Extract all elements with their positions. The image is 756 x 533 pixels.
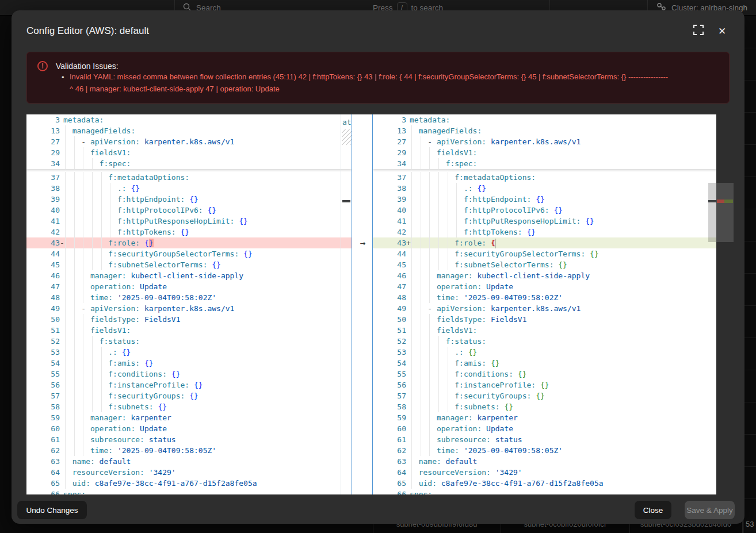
code-line: 42 f:httpTokens: {} xyxy=(373,227,716,237)
validation-issue: Invalid YAML: missed comma between flow … xyxy=(70,71,726,95)
diff-revert-arrow[interactable]: → xyxy=(352,237,373,248)
indent-guides xyxy=(411,347,456,358)
line-content: f:spec: xyxy=(63,158,352,169)
line-content: f:metadataOptions: xyxy=(410,172,716,183)
code-line: 63 name: default xyxy=(373,456,716,467)
token: f:securityGroups: xyxy=(108,392,185,400)
line-content: .: {} xyxy=(63,183,352,194)
token: apiVersion: xyxy=(437,304,486,313)
line-number: 55 xyxy=(373,369,406,379)
line-content: f:httpEndpoint: {} xyxy=(63,194,352,205)
indent-guides xyxy=(65,136,83,147)
line-content: f:conditions: {} xyxy=(63,369,352,379)
line-number: 37 xyxy=(26,172,60,183)
indent-guides xyxy=(411,478,421,489)
token: fieldsType: xyxy=(90,315,140,324)
token: {} xyxy=(513,370,526,378)
token: f:amis: xyxy=(108,359,140,367)
line-content: uid: c8afe97e-38cc-4f91-a767-d15f2a8fe05… xyxy=(63,478,352,489)
line-content: f:role: { xyxy=(410,237,716,248)
token: f:httpProtocolIPv6: xyxy=(464,206,549,214)
indent-guides xyxy=(411,227,465,237)
indent-guides xyxy=(65,227,119,237)
indent-guides xyxy=(411,147,438,158)
token: metadata: xyxy=(63,116,104,124)
code-line: 58 f:subnets: {} xyxy=(373,401,716,412)
line-content: f:status: xyxy=(63,336,352,347)
background-table-edge xyxy=(743,16,756,533)
line-number: 58 xyxy=(373,401,406,412)
token: default xyxy=(441,457,478,466)
indent-guides xyxy=(411,325,438,336)
token: '2025-09-04T09:58:02Z' xyxy=(113,293,216,302)
overview-deletion-mark xyxy=(717,200,724,203)
token: f:httpPutResponseHopLimit: xyxy=(117,217,235,225)
close-footer-button[interactable]: Close xyxy=(635,501,671,519)
line-content: f:securityGroupSelectorTerms: {} xyxy=(63,248,352,259)
token: f:amis: xyxy=(455,359,486,367)
code-line: 47 operation: Update xyxy=(373,281,716,292)
line-content: resourceVersion: '3429' xyxy=(410,467,716,478)
token: manager: xyxy=(437,271,473,280)
indent-guides xyxy=(65,445,92,456)
code-line: 50 fieldsType: FieldsV1 xyxy=(373,314,716,325)
token: f:httpEndpoint: xyxy=(464,195,531,204)
token: karpenter.k8s.aws/v1 xyxy=(486,304,581,313)
line-content: f:httpProtocolIPv6: {} xyxy=(63,205,352,216)
token: {} xyxy=(536,381,549,389)
token: c8afe97e-38cc-4f91-a767-d15f2a8fe05a xyxy=(437,479,604,488)
line-content: manager: kubectl-client-side-apply xyxy=(63,270,352,281)
code-line: 51 fieldsV1: xyxy=(26,325,352,336)
code-line: 48 time: '2025-09-04T09:58:02Z' xyxy=(26,292,352,303)
diff-overview-ruler[interactable] xyxy=(716,114,734,494)
indent-guides xyxy=(65,358,110,369)
vertical-scrollbar-slider[interactable] xyxy=(708,183,716,242)
line-content: metadata: xyxy=(63,114,352,125)
token: spec: xyxy=(410,490,432,494)
line-number: 58 xyxy=(26,401,60,412)
code-line: 45 f:subnetSelectorTerms: {} xyxy=(373,259,716,270)
token: metadata: xyxy=(410,116,450,124)
code-line: 29 fieldsV1: xyxy=(373,147,716,158)
indent-guides xyxy=(65,237,110,248)
code-line: 46 manager: kubectl-client-side-apply xyxy=(373,270,716,281)
code-line: 45 f:subnetSelectorTerms: {} xyxy=(26,259,352,270)
line-number: 53 xyxy=(373,347,406,358)
indent-guides xyxy=(411,390,456,401)
indent-guides xyxy=(65,423,92,434)
token: {} xyxy=(117,348,131,356)
line-content: f:spec: xyxy=(410,158,716,169)
overview-slider[interactable] xyxy=(716,183,734,242)
code-line: 65 uid: c8afe97e-38cc-4f91-a767-d15f2a8f… xyxy=(373,478,716,489)
code-line: 63 name: default xyxy=(26,456,352,467)
line-content: f:httpPutResponseHopLimit: {} xyxy=(63,216,352,227)
expand-button[interactable] xyxy=(691,24,706,39)
diff-pane-modified[interactable]: 37 f:metadataOptions:38 .: {}39 f:httpEn… xyxy=(373,114,716,494)
line-number: 55 xyxy=(26,369,60,379)
token: {} xyxy=(203,206,216,214)
line-content: time: '2025-09-04T09:58:05Z' xyxy=(410,445,716,456)
line-number: 65 xyxy=(26,478,60,489)
token: f:subnetSelectorTerms: xyxy=(108,260,207,269)
token: name: xyxy=(72,457,95,466)
token: {} xyxy=(176,228,189,236)
token: managedFields: xyxy=(419,126,482,135)
code-line: 55 f:conditions: {} xyxy=(26,369,352,379)
token: operation: xyxy=(437,282,482,291)
code-line: 59 manager: karpenter xyxy=(373,412,716,423)
clipped-text-artifact: at xyxy=(342,117,352,128)
code-line: 43+ f:role: { xyxy=(373,237,716,248)
token: spec: xyxy=(63,490,86,494)
diff-pane-original[interactable]: 37 f:metadataOptions:38 .: {}39 f:httpEn… xyxy=(26,114,352,494)
line-number: 56 xyxy=(26,379,60,390)
line-number: 64 xyxy=(26,467,60,478)
token: time: xyxy=(437,293,459,302)
line-content: spec: xyxy=(410,489,716,494)
save-apply-button[interactable]: Save & Apply xyxy=(685,501,735,519)
undo-changes-button[interactable]: Undo Changes xyxy=(17,501,87,519)
code-line: 64 resourceVersion: '3429' xyxy=(373,467,716,478)
code-line: 46 manager: kubectl-client-side-apply xyxy=(26,270,352,281)
line-number: 52 xyxy=(26,336,60,347)
close-button[interactable]: ✕ xyxy=(715,24,730,39)
token: {} xyxy=(553,260,567,269)
